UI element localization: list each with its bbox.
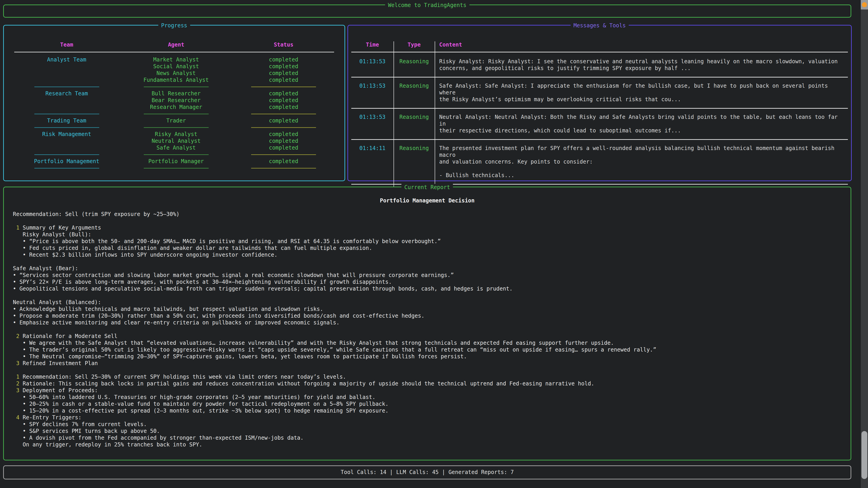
- report-line: 2 Rationale: This scaling back locks in …: [13, 380, 842, 387]
- progress-status-cell: completed: [223, 70, 344, 76]
- progress-agent-cell: News Analyst: [129, 70, 223, 76]
- message-row-separator: [351, 105, 848, 112]
- report-line: Safe Analyst (Bear):: [13, 265, 842, 272]
- scrollbar-thumb[interactable]: [862, 431, 867, 479]
- separator-line: [34, 168, 99, 168]
- progress-agent-cell: Bull Researcher: [129, 90, 223, 97]
- message-time: 01:13:53: [351, 58, 394, 72]
- progress-team-cell: Portfolio Management: [4, 158, 129, 165]
- progress-status-cell: completed: [223, 138, 344, 144]
- report-line-text: Re-Entry Triggers:: [23, 414, 81, 421]
- separator-cell: [129, 84, 223, 90]
- progress-panel-title: Progress: [158, 22, 190, 29]
- message-content: Neutral Analyst: Neutral Analyst: Both t…: [435, 113, 848, 134]
- separator-line: [144, 127, 209, 128]
- report-line: On any trigger, redeploy in 25% tranches…: [13, 441, 842, 448]
- progress-agent-cell: Research Manager: [129, 104, 223, 110]
- progress-status-cell: completed: [223, 90, 344, 97]
- message-type: Reasoning: [394, 83, 435, 103]
- report-line-text: • Propose a moderate trim (20–30%) rathe…: [13, 313, 425, 319]
- progress-row: News Analystcompleted: [4, 70, 344, 76]
- report-line: [13, 218, 842, 224]
- progress-status-cell: completed: [223, 131, 344, 138]
- list-number: 1: [13, 374, 23, 380]
- footer-stats-text: Tool Calls: 14 | LLM Calls: 45 | Generat…: [4, 469, 850, 476]
- progress-row: Research Managercompleted: [4, 104, 344, 110]
- report-line: • SPY’s 22× P/E is above long-term avera…: [13, 279, 842, 285]
- report-line: • Emphasize active monitoring and clear …: [13, 319, 842, 326]
- report-line: 2 Rationale for a Moderate Sell: [13, 333, 842, 339]
- separator-line: [34, 113, 99, 114]
- scrollbar-top-button[interactable]: [861, 0, 868, 9]
- report-line-text: • Recent $2.3 billion inflows into SPY u…: [13, 252, 277, 258]
- progress-col-agent: Agent: [129, 41, 223, 48]
- message-time: 01:13:53: [351, 113, 394, 134]
- separator-cell: [4, 151, 129, 158]
- message-row-separator: [351, 136, 848, 143]
- progress-agent-cell: Portfolio Manager: [129, 158, 223, 165]
- progress-table-header: Team Agent Status: [4, 41, 344, 48]
- progress-status-cell: completed: [223, 76, 344, 84]
- progress-team-cell: Analyst Team: [4, 56, 129, 63]
- current-report-panel: Current Report Portfolio Management Deci…: [3, 187, 851, 460]
- report-line-text: Refined Investment Plan: [23, 360, 98, 366]
- report-line: 1 Summary of Key Arguments: [13, 224, 842, 231]
- progress-status-cell: completed: [223, 144, 344, 151]
- report-blank-line: [13, 204, 842, 211]
- progress-team-cell: [4, 97, 129, 104]
- footer-stats-panel: Tool Calls: 14 | LLM Calls: 45 | Generat…: [3, 465, 851, 480]
- current-report-panel-title: Current Report: [401, 184, 453, 191]
- progress-team-cell: [4, 144, 129, 151]
- scrollbar-track[interactable]: [861, 0, 868, 488]
- progress-status-cell: completed: [223, 97, 344, 104]
- report-line-text: • Fed cuts priced in, global disinflatio…: [13, 245, 372, 251]
- separator-cell: [4, 84, 129, 90]
- progress-team-cell: [4, 138, 129, 144]
- progress-agent-cell: Social Analyst: [129, 63, 223, 70]
- message-content: The presented investment plan for SPY of…: [435, 145, 848, 179]
- progress-row: Trading TeamTradercompleted: [4, 117, 344, 124]
- separator-cell: [129, 151, 223, 158]
- message-time: 01:14:11: [351, 145, 394, 179]
- progress-status-cell: completed: [223, 117, 344, 124]
- progress-team-cell: [4, 63, 129, 70]
- report-line: • Acknowledge bullish technicals and mac…: [13, 306, 842, 313]
- progress-agent-cell: Market Analyst: [129, 56, 223, 63]
- progress-status-cell: completed: [223, 158, 344, 165]
- progress-team-cell: [4, 76, 129, 84]
- report-line-text: • A dovish pivot from the Fed accompanie…: [13, 435, 304, 441]
- list-number: 2: [13, 381, 23, 387]
- progress-header-underline: [4, 48, 344, 56]
- progress-row: Neutral Analystcompleted: [4, 138, 344, 144]
- report-line-text: • SPY declines 7% from current levels.: [13, 421, 147, 427]
- report-line-text: On any trigger, redeploy in 25% tranches…: [13, 442, 202, 448]
- list-number: 1: [13, 225, 23, 231]
- report-line-text: Summary of Key Arguments: [23, 225, 101, 231]
- report-line-text: • “Price is above both the 50- and 200-d…: [13, 238, 441, 245]
- report-line-text: Neutral Analyst (Balanced):: [13, 299, 101, 305]
- progress-status-cell: completed: [223, 63, 344, 70]
- messages-table-header: Time Type Content: [351, 41, 848, 48]
- separator-line: [144, 154, 209, 155]
- report-line-text: • Geopolitical tensions and speculative …: [13, 286, 513, 292]
- progress-team-cell: [4, 104, 129, 110]
- progress-team-cell: Trading Team: [4, 117, 129, 124]
- progress-row: Social Analystcompleted: [4, 63, 344, 70]
- message-row: 01:13:53ReasoningRisky Analyst: Risky An…: [351, 56, 848, 74]
- progress-agent-cell: Bear Researcher: [129, 97, 223, 104]
- report-line-text: • 15–20% in a cost-effective put spread …: [13, 408, 389, 414]
- report-line: 4 Re-Entry Triggers:: [13, 414, 842, 421]
- separator-line: [251, 113, 316, 114]
- message-time: 01:13:53: [351, 83, 394, 103]
- separator-cell: [129, 165, 223, 171]
- report-line: 1 Recommendation: Sell 25–30% of current…: [13, 373, 842, 380]
- report-line-text: Risky Analyst (Bull):: [13, 231, 91, 238]
- report-line: • A dovish pivot from the Fed accompanie…: [13, 434, 842, 441]
- separator-cell: [223, 151, 344, 158]
- report-line: • Propose a moderate trim (20–30%) rathe…: [13, 313, 842, 319]
- report-line-text: Recommendation: Sell (trim SPY exposure …: [13, 211, 180, 217]
- progress-col-status: Status: [223, 41, 344, 48]
- report-line: [13, 367, 842, 373]
- separator-cell: [223, 110, 344, 117]
- separator-cell: [223, 124, 344, 131]
